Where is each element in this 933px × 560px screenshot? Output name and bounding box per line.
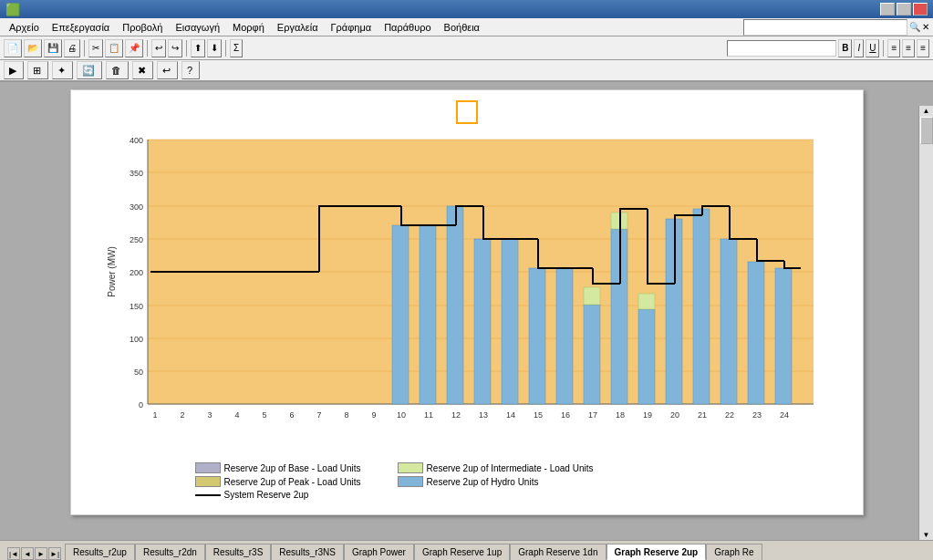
menu-window[interactable]: Παράθυρο [378, 20, 436, 35]
tab-graph-reserve-2up[interactable]: Graph Reserve 2up [606, 544, 707, 560]
special-insert-icon: ✦ [57, 65, 66, 77]
insert-unit-button[interactable]: ⊞ [27, 61, 48, 79]
y-label-150: 150 [129, 302, 142, 311]
underline-btn[interactable]: U [866, 39, 879, 57]
svg-text:22: 22 [724, 410, 733, 420]
cell-ref-input[interactable] [727, 40, 836, 57]
menu-edit[interactable]: Επεξεργασία [47, 20, 115, 35]
search-icon[interactable]: 🔍 [909, 22, 920, 32]
insert-unit-icon: ⊞ [33, 65, 41, 77]
special-insert-unit-button[interactable]: ✦ [52, 61, 73, 79]
sum-btn[interactable]: Σ [230, 39, 243, 57]
redo-tb-btn[interactable]: ↪ [168, 39, 182, 57]
title-bar-left: 🟩 [5, 3, 24, 16]
search-close-icon[interactable]: ✕ [922, 22, 929, 32]
print-btn[interactable]: 🖨 [64, 39, 80, 57]
legend-hydro: Reserve 2up of Hydro Units [398, 476, 539, 487]
tab-graph-reserve-1dn[interactable]: Graph Reserve 1dn [510, 544, 606, 560]
menu-format[interactable]: Μορφή [227, 20, 270, 35]
svg-text:15: 15 [533, 410, 542, 420]
scroll-up-btn[interactable]: ▲ [919, 106, 933, 116]
tab-results-r3ns[interactable]: Results_r3NS [271, 544, 344, 560]
paste-btn[interactable]: 📌 [125, 39, 143, 57]
restore-button[interactable] [897, 3, 911, 16]
run-button[interactable]: ▶ [4, 61, 24, 79]
tab-results-r3s[interactable]: Results_r3S [205, 544, 271, 560]
tab-graph-re[interactable]: Graph Re [706, 544, 762, 560]
bar-19-inter [638, 294, 655, 309]
y-label-200: 200 [129, 268, 142, 277]
svg-text:19: 19 [642, 410, 651, 420]
tab-bar: |◄ ◄ ► ►| Results_r2up Results_r2dn Resu… [0, 540, 933, 560]
legend-peak-icon [195, 476, 221, 487]
refresh-button[interactable]: 🔄 [77, 61, 102, 79]
sep3 [186, 40, 187, 57]
bold-btn[interactable]: B [838, 39, 852, 57]
bar-22-hydro [720, 239, 737, 404]
tab-graph-reserve-1up[interactable]: Graph Reserve 1up [414, 544, 510, 560]
legend-system-icon [195, 494, 221, 496]
tab-graph-power[interactable]: Graph Power [344, 544, 414, 560]
tab-prev-btn[interactable]: ◄ [21, 547, 34, 560]
scroll-down-btn[interactable]: ▼ [919, 530, 933, 540]
tab-results-r2dn[interactable]: Results_r2dn [135, 544, 205, 560]
y-label-50: 50 [133, 368, 142, 377]
help-search-input[interactable] [743, 19, 907, 36]
action-bar: ▶ ⊞ ✦ 🔄 🗑 ✖ ↩ ? [0, 60, 933, 82]
clear-contents-button[interactable]: ✖ [132, 61, 153, 79]
svg-text:23: 23 [752, 410, 761, 420]
undo-tb-btn[interactable]: ↩ [151, 39, 166, 57]
tab-last-btn[interactable]: ►| [48, 547, 61, 560]
undo-button[interactable]: ↩ [157, 61, 178, 79]
sort-asc-btn[interactable]: ⬆ [191, 39, 205, 57]
y-label-350: 350 [129, 169, 142, 178]
y-label-250: 250 [129, 235, 142, 244]
menu-chart[interactable]: Γράφημα [326, 20, 378, 35]
title-bar: 🟩 [0, 0, 933, 18]
help-button[interactable]: ? [181, 61, 200, 79]
svg-text:9: 9 [371, 410, 376, 420]
run-icon: ▶ [9, 65, 16, 77]
bar-12-hydro [447, 206, 463, 404]
align-right-btn[interactable]: ≡ [917, 39, 929, 57]
title-bar-controls[interactable] [880, 3, 928, 16]
legend-hydro-icon [398, 476, 423, 487]
menu-file[interactable]: Αρχείο [4, 20, 45, 35]
align-center-btn[interactable]: ≡ [902, 39, 915, 57]
copy-btn[interactable]: 📋 [105, 39, 123, 57]
open-btn[interactable]: 📂 [24, 39, 42, 57]
align-left-btn[interactable]: ≡ [887, 39, 900, 57]
menu-tools[interactable]: Εργαλεία [272, 20, 324, 35]
undo-icon: ↩ [162, 65, 171, 77]
menu-help[interactable]: Βοήθεια [439, 20, 485, 35]
chart-title [456, 100, 478, 124]
minimize-button[interactable] [880, 3, 895, 16]
save-btn[interactable]: 💾 [44, 39, 62, 57]
refresh-icon: 🔄 [82, 65, 95, 77]
bar-11-hydro [420, 225, 436, 404]
svg-text:5: 5 [262, 410, 266, 420]
close-button[interactable] [913, 3, 928, 16]
new-btn[interactable]: 📄 [4, 39, 22, 57]
delete-unit-button[interactable]: 🗑 [106, 61, 129, 79]
tab-nav-buttons: |◄ ◄ ► ►| [7, 547, 61, 560]
scroll-thumb[interactable] [920, 117, 933, 144]
tab-next-btn[interactable]: ► [35, 547, 47, 560]
vertical-scrollbar[interactable]: ▲ ▼ [918, 106, 933, 540]
bar-23-hydro [748, 262, 764, 404]
legend-base-icon [195, 462, 221, 473]
svg-text:11: 11 [423, 410, 432, 420]
italic-btn[interactable]: I [854, 39, 864, 57]
y-label-0: 0 [138, 400, 142, 410]
sort-desc-btn[interactable]: ⬇ [207, 39, 222, 57]
sep1 [84, 40, 85, 57]
clear-icon: ✖ [138, 65, 146, 77]
legend-peak: Reserve 2up of Peak - Load Units [195, 476, 361, 487]
menu-insert[interactable]: Εισαγωγή [170, 20, 225, 35]
chart-title-area [86, 105, 848, 119]
tab-first-btn[interactable]: |◄ [7, 547, 20, 560]
menu-view[interactable]: Προβολή [117, 20, 168, 35]
svg-text:13: 13 [478, 410, 487, 420]
cut-btn[interactable]: ✂ [88, 39, 103, 57]
tab-results-r2up[interactable]: Results_r2up [65, 544, 135, 560]
